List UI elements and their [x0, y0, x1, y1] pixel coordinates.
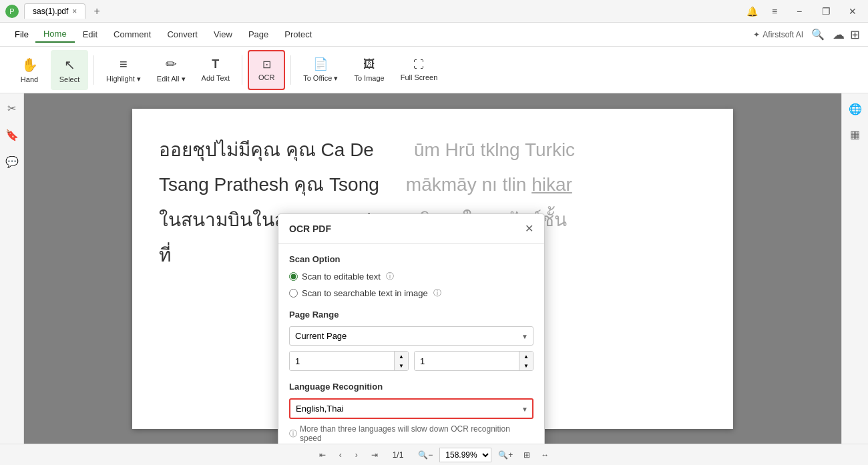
- to-office-tool[interactable]: 📄 To Office ▾: [296, 50, 345, 90]
- lang-title: Language Recognition: [289, 382, 533, 392]
- full-screen-label: Full Screen: [401, 73, 438, 81]
- tab[interactable]: sas(1).pdf ×: [24, 3, 85, 19]
- hand-tool[interactable]: ✋ Hand: [11, 50, 48, 90]
- number-field-2: ▲ ▼: [414, 351, 533, 371]
- scan-searchable-label: Scan to searchable text in image: [302, 288, 428, 298]
- add-text-tool[interactable]: T Add Text: [195, 50, 237, 90]
- menu-view[interactable]: View: [206, 27, 240, 42]
- fit-width-button[interactable]: ↔: [537, 449, 553, 461]
- file-menu[interactable]: File: [8, 27, 35, 42]
- lang-select[interactable]: English,Thai English Thai Chinese: [289, 398, 533, 419]
- app-icon: P: [5, 5, 19, 18]
- prev-page-button[interactable]: ‹: [335, 449, 346, 461]
- cloud-icon[interactable]: ☁: [833, 27, 845, 42]
- scan-option-group: Scan to editable text ⓘ Scan to searchab…: [289, 271, 533, 299]
- full-screen-tool[interactable]: ⛶ Full Screen: [394, 50, 445, 90]
- close-button[interactable]: ✕: [843, 1, 863, 21]
- to-office-icon: 📄: [313, 57, 328, 71]
- zoom-select[interactable]: 158.99% 100% 75% 50%: [439, 448, 491, 462]
- next-page-button[interactable]: ›: [351, 449, 362, 461]
- page-range-title: Page Range: [289, 310, 533, 320]
- lang-section: Language Recognition English,Thai Englis…: [289, 382, 533, 443]
- title-bar-controls: 🔔 ≡ − ❐ ✕: [744, 1, 863, 21]
- info-icon-1: ⓘ: [386, 271, 394, 282]
- highlight-tool[interactable]: ≡ Highlight ▾: [99, 50, 148, 90]
- first-page-button[interactable]: ⇤: [315, 449, 330, 461]
- spinner-down-2[interactable]: ▼: [519, 361, 533, 370]
- hand-label: Hand: [21, 75, 38, 83]
- number-inputs: ▲ ▼ ▲ ▼: [289, 351, 533, 371]
- page-range-select[interactable]: Current Page All Pages Custom Range: [289, 326, 533, 346]
- scan-searchable-option[interactable]: Scan to searchable text in image ⓘ: [289, 288, 533, 299]
- menu-bar: File Home Edit Comment Convert View Page…: [0, 23, 868, 47]
- page-to-input[interactable]: [415, 352, 519, 370]
- tab-name: sas(1).pdf: [33, 7, 68, 16]
- separator-1: [93, 55, 94, 85]
- spinner-down-1[interactable]: ▼: [395, 361, 408, 370]
- search-button[interactable]: 🔍: [809, 25, 827, 44]
- warning-text: ⓘ More than three languages will slow do…: [289, 424, 533, 443]
- separator-2: [242, 55, 242, 85]
- ai-button[interactable]: ✦ Afirstsoft AI: [753, 30, 803, 39]
- number-field-1: ▲ ▼: [289, 351, 409, 371]
- translate-icon[interactable]: 🌐: [845, 99, 865, 119]
- full-screen-icon: ⛶: [413, 59, 424, 71]
- add-text-label: Add Text: [202, 74, 230, 82]
- panel-icon[interactable]: ▦: [845, 124, 865, 144]
- edit-all-tool[interactable]: ✏ Edit All ▾: [150, 50, 192, 90]
- menu-comment[interactable]: Comment: [105, 27, 159, 42]
- dialog-close-button[interactable]: ✕: [525, 222, 533, 235]
- edit-all-label: Edit All ▾: [157, 75, 186, 83]
- warning-message: More than three languages will slow down…: [300, 424, 533, 443]
- spinner-up-1[interactable]: ▲: [395, 352, 408, 361]
- document-area: ออยชุปไม่มีคุณ คุณ Ca Deūm Hrū tklng Tur…: [24, 93, 841, 444]
- scan-editable-option[interactable]: Scan to editable text ⓘ: [289, 271, 533, 282]
- tab-close-button[interactable]: ×: [72, 7, 77, 16]
- layout-icon[interactable]: ⊞: [850, 27, 860, 42]
- ocr-tool[interactable]: ⊡ OCR: [248, 50, 285, 90]
- dialog-title: OCR PDF: [289, 223, 331, 234]
- menu-icon[interactable]: ≡: [767, 3, 783, 19]
- scan-editable-radio[interactable]: [289, 272, 298, 281]
- menu-home[interactable]: Home: [35, 26, 75, 43]
- menu-edit[interactable]: Edit: [75, 27, 105, 42]
- to-office-label: To Office ▾: [303, 74, 338, 83]
- ai-icon: ✦: [753, 30, 760, 39]
- menu-convert[interactable]: Convert: [159, 27, 206, 42]
- notification-icon[interactable]: 🔔: [744, 3, 760, 19]
- add-tab-button[interactable]: +: [91, 5, 102, 17]
- last-page-button[interactable]: ⇥: [367, 449, 382, 461]
- thumbnail-icon[interactable]: ✂: [3, 99, 21, 117]
- select-tool[interactable]: ↖ Select: [51, 50, 88, 90]
- dialog-body: Scan Option Scan to editable text ⓘ Scan…: [278, 244, 544, 444]
- dialog-overlay: OCR PDF ✕ Scan Option Scan to editable t…: [24, 93, 841, 444]
- side-panel: ✂ 🔖 💬: [0, 93, 24, 444]
- minimize-button[interactable]: −: [789, 1, 809, 21]
- warning-icon: ⓘ: [289, 428, 297, 440]
- comment-icon[interactable]: 💬: [3, 152, 21, 171]
- zoom-out-button[interactable]: 🔍−: [414, 449, 437, 461]
- add-text-icon: T: [212, 57, 219, 71]
- spinner-2: ▲ ▼: [519, 352, 533, 370]
- ocr-label: OCR: [258, 73, 274, 81]
- page-info: 1/1: [387, 450, 409, 460]
- lang-select-wrapper: English,Thai English Thai Chinese: [289, 398, 533, 419]
- scan-searchable-radio[interactable]: [289, 289, 298, 298]
- fit-page-button[interactable]: ⊞: [519, 449, 534, 461]
- spinner-up-2[interactable]: ▲: [519, 352, 533, 361]
- zoom-in-button[interactable]: 🔍+: [494, 449, 517, 461]
- title-bar: P sas(1).pdf × + 🔔 ≡ − ❐ ✕: [0, 0, 868, 23]
- menu-protect[interactable]: Protect: [276, 27, 320, 42]
- title-bar-left: P sas(1).pdf × +: [5, 3, 744, 19]
- page-range-select-wrapper: Current Page All Pages Custom Range: [289, 326, 533, 346]
- menu-page[interactable]: Page: [240, 27, 276, 42]
- bookmark-icon[interactable]: 🔖: [3, 125, 21, 144]
- spinner-1: ▲ ▼: [394, 352, 408, 370]
- toolbar: ✋ Hand ↖ Select ≡ Highlight ▾ ✏ Edit All…: [0, 47, 868, 93]
- select-icon: ↖: [64, 57, 75, 73]
- scan-option-title: Scan Option: [289, 254, 533, 264]
- scan-editable-label: Scan to editable text: [302, 272, 381, 282]
- maximize-button[interactable]: ❐: [816, 1, 836, 21]
- page-from-input[interactable]: [290, 352, 394, 370]
- to-image-tool[interactable]: 🖼 To Image: [347, 50, 391, 90]
